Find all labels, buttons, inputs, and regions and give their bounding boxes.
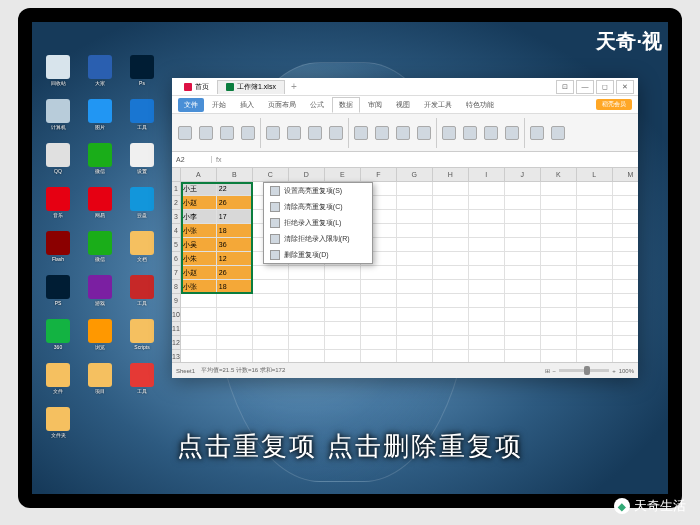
ribbon-tab[interactable]: 插入 xyxy=(234,98,260,112)
dropdown-item[interactable]: 删除重复项(D) xyxy=(264,247,372,263)
cell[interactable]: 22 xyxy=(217,182,253,196)
col-header[interactable]: C xyxy=(253,168,289,182)
cell[interactable] xyxy=(469,196,505,210)
zoom-controls[interactable]: ⊞ − + 100% xyxy=(545,367,634,374)
cell[interactable] xyxy=(577,238,613,252)
cell[interactable] xyxy=(613,196,638,210)
cell[interactable] xyxy=(217,294,253,308)
cell[interactable] xyxy=(613,224,638,238)
cell[interactable] xyxy=(397,336,433,350)
desktop-icon[interactable]: 计算机 xyxy=(40,94,76,134)
cell[interactable] xyxy=(541,308,577,322)
cell[interactable] xyxy=(181,322,217,336)
cell[interactable] xyxy=(253,280,289,294)
desktop-icon[interactable]: 图片 xyxy=(82,94,118,134)
add-tab-button[interactable]: + xyxy=(285,81,303,92)
ribbon-tab[interactable]: 公式 xyxy=(304,98,330,112)
cell[interactable] xyxy=(577,280,613,294)
ribbon-tab[interactable]: 开发工具 xyxy=(418,98,458,112)
cell[interactable] xyxy=(361,336,397,350)
cell[interactable] xyxy=(433,322,469,336)
cell[interactable] xyxy=(613,280,638,294)
cell[interactable] xyxy=(505,182,541,196)
ribbon-button[interactable] xyxy=(218,125,236,141)
ribbon-tab[interactable]: 特色功能 xyxy=(460,98,500,112)
cell[interactable] xyxy=(613,350,638,362)
cell[interactable] xyxy=(325,308,361,322)
cell[interactable] xyxy=(361,266,397,280)
row-header[interactable]: 9 xyxy=(172,294,181,308)
desktop-icon[interactable]: 360 xyxy=(40,314,76,354)
cell[interactable] xyxy=(289,336,325,350)
cell[interactable] xyxy=(577,182,613,196)
row-header[interactable]: 13 xyxy=(172,350,181,362)
cell[interactable]: 小李 xyxy=(181,210,217,224)
cell[interactable] xyxy=(433,266,469,280)
col-header[interactable]: A xyxy=(181,168,217,182)
cell[interactable] xyxy=(505,266,541,280)
row-header[interactable]: 7 xyxy=(172,266,181,280)
ribbon-collapse-button[interactable]: ⊡ xyxy=(556,80,574,94)
cell[interactable]: 26 xyxy=(217,196,253,210)
zoom-slider[interactable] xyxy=(559,369,609,372)
cell[interactable] xyxy=(433,252,469,266)
cell[interactable] xyxy=(361,322,397,336)
fx-icon[interactable]: fx xyxy=(212,156,225,163)
col-header[interactable]: B xyxy=(217,168,253,182)
ribbon-button[interactable] xyxy=(373,125,391,141)
cell[interactable] xyxy=(181,294,217,308)
cell[interactable]: 小王 xyxy=(181,182,217,196)
cell[interactable] xyxy=(613,294,638,308)
cell[interactable] xyxy=(469,238,505,252)
cell[interactable] xyxy=(325,294,361,308)
cell[interactable] xyxy=(541,280,577,294)
desktop-icon[interactable]: 浏览 xyxy=(82,314,118,354)
cell[interactable] xyxy=(325,280,361,294)
desktop-icon[interactable]: 网易 xyxy=(82,182,118,222)
zoom-out-button[interactable]: − xyxy=(553,368,557,374)
cell[interactable]: 小赵 xyxy=(181,266,217,280)
row-header[interactable]: 5 xyxy=(172,238,181,252)
sheet-tab[interactable]: Sheet1 xyxy=(176,368,195,374)
cell[interactable] xyxy=(433,224,469,238)
cell[interactable] xyxy=(469,266,505,280)
cell[interactable] xyxy=(577,266,613,280)
cell[interactable] xyxy=(613,182,638,196)
cell[interactable] xyxy=(541,322,577,336)
cell[interactable] xyxy=(505,350,541,362)
desktop-icon[interactable]: 云盘 xyxy=(124,182,160,222)
cell[interactable] xyxy=(289,350,325,362)
cell[interactable] xyxy=(469,308,505,322)
cell[interactable] xyxy=(469,280,505,294)
cell[interactable] xyxy=(505,224,541,238)
cell[interactable] xyxy=(433,196,469,210)
cell[interactable] xyxy=(433,210,469,224)
dropdown-item[interactable]: 清除高亮重复项(C) xyxy=(264,199,372,215)
cell[interactable] xyxy=(361,294,397,308)
ribbon-button[interactable] xyxy=(239,125,257,141)
cell[interactable] xyxy=(541,336,577,350)
col-header[interactable]: M xyxy=(613,168,638,182)
cell[interactable] xyxy=(397,224,433,238)
cell[interactable] xyxy=(397,322,433,336)
cell[interactable] xyxy=(289,266,325,280)
ribbon-button[interactable] xyxy=(285,125,303,141)
cell[interactable] xyxy=(469,336,505,350)
cell[interactable] xyxy=(325,266,361,280)
desktop-icon[interactable]: 大家 xyxy=(82,50,118,90)
cell[interactable] xyxy=(361,350,397,362)
cell[interactable] xyxy=(397,350,433,362)
desktop-icon[interactable]: Ps xyxy=(124,50,160,90)
col-header[interactable]: I xyxy=(469,168,505,182)
minimize-button[interactable]: — xyxy=(576,80,594,94)
col-header[interactable]: G xyxy=(397,168,433,182)
cell[interactable] xyxy=(289,308,325,322)
cell[interactable] xyxy=(577,308,613,322)
cell[interactable] xyxy=(577,336,613,350)
formula-bar[interactable]: A2 fx xyxy=(172,152,638,168)
cell[interactable] xyxy=(397,182,433,196)
row-header[interactable]: 11 xyxy=(172,322,181,336)
cell[interactable] xyxy=(217,336,253,350)
cell[interactable] xyxy=(433,280,469,294)
ribbon-tab[interactable]: 审阅 xyxy=(362,98,388,112)
